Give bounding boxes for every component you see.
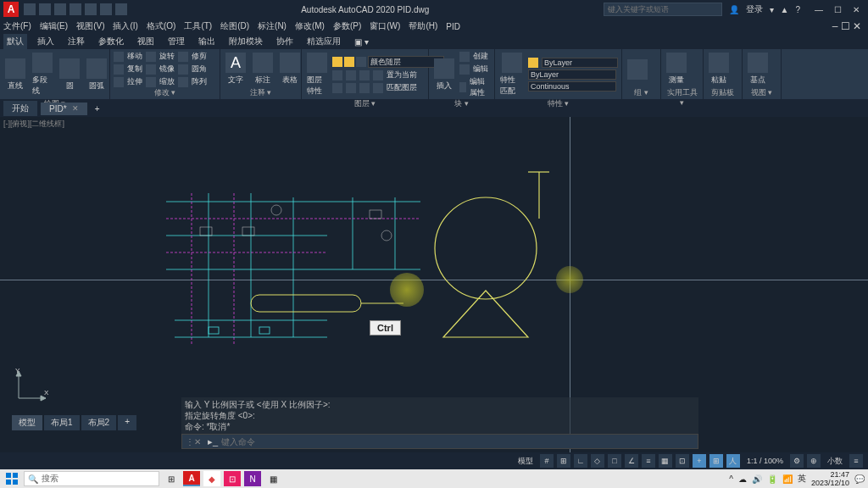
bulb-icon[interactable] [332, 57, 342, 67]
task-app2-icon[interactable]: ◆ [203, 471, 220, 486]
sb-zoom[interactable]: 1:1 / 100% [743, 457, 787, 465]
menu-dim[interactable]: 标注(N) [258, 20, 287, 32]
panel-block-label[interactable]: 块 ▾ [432, 98, 491, 108]
add-layout-button[interactable]: + [118, 415, 136, 430]
tab-view[interactable]: 视图 [134, 34, 158, 49]
menu-help[interactable]: 帮助(H) [409, 20, 437, 32]
array-icon[interactable] [178, 77, 188, 87]
qat-saveas-icon[interactable] [70, 3, 81, 15]
close-tab-icon[interactable]: ✕ [72, 104, 79, 113]
user-icon[interactable]: 👤 [729, 5, 739, 14]
qat-redo-icon[interactable] [115, 3, 127, 15]
doc-close-icon[interactable]: – ☐ ✕ [832, 20, 861, 32]
tray-notifications-icon[interactable]: 💬 [854, 474, 865, 484]
move-icon[interactable] [114, 52, 124, 62]
tab-insert[interactable]: 插入 [34, 34, 58, 49]
trim-icon[interactable] [178, 52, 188, 62]
lineweight-dropdown[interactable]: ByLayer [528, 69, 616, 80]
ribbon-expand-icon[interactable]: ▣ ▾ [351, 36, 372, 48]
menu-window[interactable]: 窗口(W) [370, 20, 400, 32]
measure-button[interactable]: 测量 [665, 51, 688, 87]
tab-featured[interactable]: 精选应用 [303, 34, 344, 49]
menu-param[interactable]: 参数(P) [333, 20, 361, 32]
sb-units-icon[interactable]: ⊕ [807, 454, 821, 468]
sb-units[interactable]: 小数 [824, 456, 846, 467]
create-block-icon[interactable] [459, 52, 470, 62]
lock-icon[interactable] [356, 57, 366, 67]
menu-format[interactable]: 格式(O) [147, 20, 175, 32]
panel-props-label[interactable]: 特性 ▾ [498, 98, 618, 108]
match-props-button[interactable]: 特性 匹配 [498, 51, 525, 98]
menu-tools[interactable]: 工具(T) [184, 20, 212, 32]
file-tab-start[interactable]: 开始 [3, 101, 37, 116]
viewport-label[interactable]: [-][俯视][二维线框] [3, 119, 64, 130]
sb-cycling-icon[interactable]: ⊡ [676, 454, 689, 468]
tray-up-icon[interactable]: ^ [729, 474, 733, 484]
task-autocad-icon[interactable]: A [183, 471, 200, 486]
circle-button[interactable]: 圆 [58, 57, 81, 93]
panel-layers-label[interactable]: 图层 ▾ [305, 98, 425, 108]
scale-icon[interactable] [146, 77, 156, 87]
tray-ime[interactable]: 英 [798, 473, 806, 485]
tab-collab[interactable]: 协作 [273, 34, 297, 49]
app-icon[interactable]: A [3, 2, 19, 17]
tab-model[interactable]: 模型 [12, 415, 42, 430]
text-button[interactable]: A文字 [224, 51, 248, 87]
task-onenote-icon[interactable]: N [244, 471, 261, 486]
panel-modify-label[interactable]: 修改 ▾ [114, 87, 216, 97]
polyline-button[interactable]: 多段线 [31, 51, 54, 98]
tray-wifi-icon[interactable]: 📶 [782, 474, 793, 484]
minimize-button[interactable]: — [810, 3, 827, 15]
tab-layout1[interactable]: 布局1 [44, 415, 80, 430]
drawing-area[interactable]: [-][俯视][二维线框] [0, 117, 868, 452]
menu-draw[interactable]: 绘图(D) [220, 20, 249, 32]
menu-modify[interactable]: 修改(M) [295, 20, 325, 32]
sb-snap-icon[interactable]: ⊞ [557, 454, 570, 468]
start-button[interactable] [3, 471, 20, 486]
cmd-handle-icon[interactable]: ⋮✕ [182, 437, 204, 446]
tray-battery-icon[interactable]: 🔋 [767, 474, 777, 484]
sb-ortho-icon[interactable]: ∟ [574, 454, 587, 468]
tab-annotate[interactable]: 注释 [64, 34, 88, 49]
sb-dyn-input-icon[interactable]: + [693, 454, 706, 468]
sb-qprops-icon[interactable]: ⊞ [709, 454, 723, 468]
mirror-icon[interactable] [146, 64, 156, 75]
panel-base-label[interactable]: 视图 ▾ [746, 87, 777, 97]
task-app5-icon[interactable]: ▦ [264, 471, 281, 486]
panel-groups-label[interactable]: 组 ▾ [626, 87, 657, 97]
panel-utils-label[interactable]: 实用工具 ▾ [665, 87, 699, 97]
layer-tool8-icon[interactable] [373, 83, 383, 93]
sb-grid-icon[interactable]: # [540, 454, 554, 468]
tab-parametric[interactable]: 参数化 [95, 34, 127, 49]
menu-pid[interactable]: PID [446, 22, 460, 31]
panel-annot-label[interactable]: 注释 ▾ [224, 87, 298, 97]
edit-block-icon[interactable] [459, 64, 470, 75]
layer-tool7-icon[interactable] [359, 83, 370, 93]
qat-open-icon[interactable] [39, 3, 51, 15]
menu-edit[interactable]: 编辑(E) [40, 20, 68, 32]
rotate-icon[interactable] [146, 52, 156, 62]
tray-volume-icon[interactable]: 🔊 [752, 474, 762, 484]
group-button[interactable] [626, 58, 649, 81]
help-icon[interactable]: ? [795, 5, 800, 14]
fillet-icon[interactable] [178, 64, 188, 75]
tab-addins[interactable]: 附加模块 [225, 34, 266, 49]
color-swatch-icon[interactable] [528, 58, 538, 68]
panel-clip-label[interactable]: 剪贴板 [707, 87, 738, 97]
sun-icon[interactable] [344, 57, 354, 67]
task-view-icon[interactable]: ⊞ [163, 471, 180, 486]
layer-tool3-icon[interactable] [359, 70, 370, 80]
command-input[interactable] [221, 437, 698, 446]
dim-button[interactable]: 标注 [251, 51, 275, 87]
sb-osnap-icon[interactable]: □ [608, 454, 621, 468]
layer-tool-icon[interactable] [332, 70, 342, 80]
sb-customize-icon[interactable]: ≡ [849, 454, 863, 468]
layer-tool6-icon[interactable] [346, 83, 356, 93]
line-button[interactable]: 直线 [3, 57, 27, 93]
sb-annoscale-icon[interactable]: 人 [726, 454, 740, 468]
arc-button[interactable]: 圆弧 [85, 57, 108, 93]
add-tab-button[interactable]: + [91, 104, 104, 114]
qat-plot-icon[interactable] [85, 3, 97, 15]
edit-attr-icon[interactable] [459, 82, 466, 92]
maximize-button[interactable]: ☐ [829, 3, 846, 15]
